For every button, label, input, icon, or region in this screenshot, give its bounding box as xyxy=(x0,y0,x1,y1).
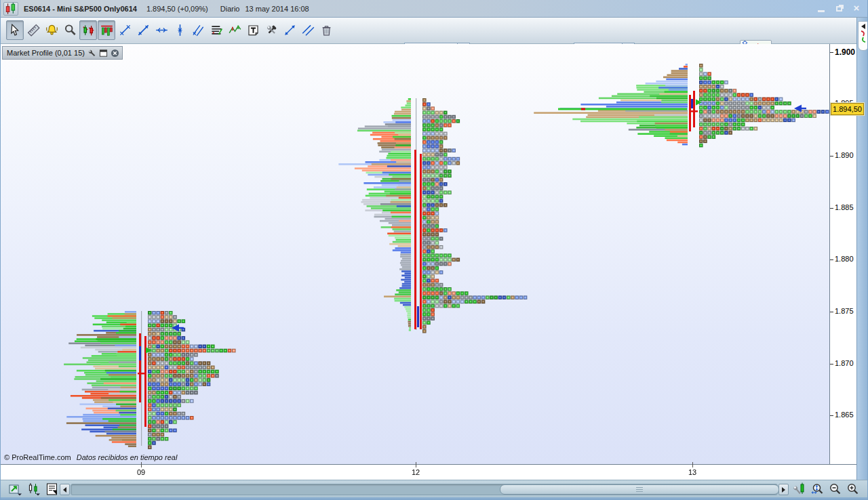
time-tick xyxy=(692,462,693,467)
copyright-text: © ProRealTime.com xyxy=(4,453,71,461)
tool-text-tool[interactable] xyxy=(244,20,262,40)
indicator-settings-wrench-icon[interactable] xyxy=(87,49,96,58)
price-tick-label: 1.880 xyxy=(835,255,854,263)
swap-arrows-icon xyxy=(859,29,867,44)
tool-tools-settings[interactable] xyxy=(262,20,280,40)
instrument-title: ES0614 - Mini S&P500 Only0614 xyxy=(24,5,137,13)
platform-window: ES0614 - Mini S&P500 Only0614 1.894,50 (… xyxy=(0,0,868,500)
chart-plot-area: Market Profile (0,01 15) © ProRealTime.c… xyxy=(1,44,829,464)
market-profile-canvas[interactable] xyxy=(1,44,829,464)
price-tick xyxy=(830,259,833,260)
tool-zigzag-tool[interactable] xyxy=(226,20,243,40)
titlebar: ES0614 - Mini S&P500 Only0614 1.894,50 (… xyxy=(1,0,868,18)
right-panel-strip xyxy=(856,18,868,480)
news-feed-button[interactable] xyxy=(44,482,60,497)
feed-status-text: Datos recibidos en tiempo real xyxy=(77,453,178,461)
tool-segment-tool[interactable] xyxy=(116,20,134,40)
tool-select-cursor[interactable] xyxy=(6,20,24,40)
time-tick-label: 13 xyxy=(688,468,696,476)
panel-expander-tab[interactable] xyxy=(858,21,868,51)
price-tick-label: 1.875 xyxy=(835,307,854,315)
price-tick-label: 1.885 xyxy=(835,203,854,211)
price-tick xyxy=(830,52,833,53)
time-tick-label: 12 xyxy=(412,468,420,476)
window-bottom-edge xyxy=(1,497,868,500)
tool-trendline-tool[interactable] xyxy=(134,20,152,40)
timeframe-label: Diario xyxy=(220,5,240,13)
chart-settings-wrench-button[interactable] xyxy=(791,482,807,497)
tool-ruler[interactable] xyxy=(24,20,42,40)
scroll-left-button[interactable] xyxy=(60,484,70,495)
scrollbar-track[interactable] xyxy=(71,484,778,495)
restore-button[interactable] xyxy=(833,3,844,14)
scroll-right-button[interactable] xyxy=(778,484,789,495)
tool-connector-tool[interactable] xyxy=(281,20,298,40)
tool-fibonacci-tool[interactable] xyxy=(208,20,225,40)
time-axis[interactable]: 091213 xyxy=(1,464,856,480)
export-chart-button[interactable] xyxy=(7,482,23,497)
scrollbar-grip-icon xyxy=(636,487,643,493)
bottom-bar xyxy=(1,480,868,497)
tool-vertical-line-tool[interactable] xyxy=(171,20,189,40)
indicator-window-icon[interactable] xyxy=(99,49,108,58)
indicator-label-bar: Market Profile (0,01 15) xyxy=(2,46,123,60)
tool-zoom-magnifier[interactable] xyxy=(61,20,79,40)
last-update-datetime: 13 may 2014 16:08 xyxy=(245,5,309,13)
price-tick-label: 1.870 xyxy=(835,359,854,367)
minimize-button[interactable] xyxy=(816,3,827,14)
time-tick xyxy=(416,462,416,467)
candlestick-logo-icon xyxy=(3,2,18,16)
toolbar: 25 unidades Diario xyxy=(1,18,868,44)
price-tick xyxy=(830,415,833,416)
scrollbar-thumb[interactable] xyxy=(500,484,779,495)
price-tick xyxy=(830,208,833,209)
last-price-change: 1.894,50 (+0,09%) xyxy=(146,5,208,13)
tool-extended-line-tool[interactable] xyxy=(153,20,170,40)
candlestick-display-button[interactable] xyxy=(26,482,41,497)
window-controls: × xyxy=(816,3,862,14)
tool-eraser-trash[interactable] xyxy=(317,20,335,40)
indicator-title: Market Profile (0,01 15) xyxy=(7,49,85,57)
expand-left-icon xyxy=(861,24,865,29)
last-price-tag: 1.894,50 xyxy=(831,103,864,115)
time-tick xyxy=(141,462,142,467)
drawing-tools-group xyxy=(6,20,336,40)
indicator-close-icon[interactable] xyxy=(111,49,119,58)
tool-market-profile-chart[interactable] xyxy=(98,20,115,40)
price-tick xyxy=(830,156,833,157)
copyright-line: © ProRealTime.comDatos recibidos en tiem… xyxy=(4,453,177,461)
tool-candlestick-chart[interactable] xyxy=(79,20,97,40)
price-tick xyxy=(830,312,833,312)
zoom-in-button[interactable] xyxy=(844,482,860,497)
close-button[interactable]: × xyxy=(851,3,862,14)
price-tick-label: 1.900 xyxy=(835,47,855,57)
tool-channel-tool[interactable] xyxy=(299,20,317,40)
tool-parallel-lines-tool[interactable] xyxy=(189,20,207,40)
tool-alarm-bell[interactable] xyxy=(43,20,60,40)
price-tick-label: 1.865 xyxy=(835,411,854,419)
zoom-fit-button[interactable] xyxy=(809,482,825,497)
price-tick xyxy=(830,364,833,364)
zoom-out-button[interactable] xyxy=(827,482,842,497)
price-tick-label: 1.890 xyxy=(835,151,854,159)
time-tick-label: 09 xyxy=(137,468,145,476)
